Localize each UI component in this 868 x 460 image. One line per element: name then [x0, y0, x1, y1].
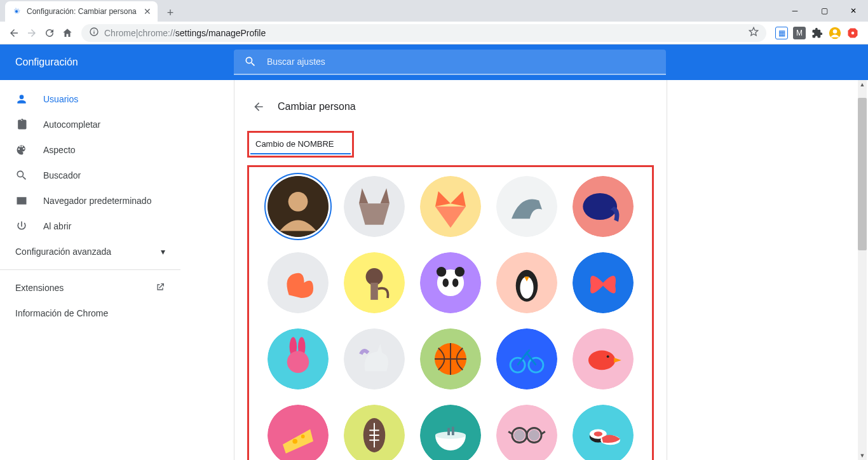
svg-rect-60	[452, 427, 454, 435]
close-tab-icon[interactable]: ✕	[144, 6, 151, 17]
svg-point-10	[288, 192, 308, 212]
url-host: Chrome	[104, 28, 136, 38]
profile-name-input[interactable]	[250, 134, 351, 154]
open-external-icon	[155, 282, 165, 294]
scrollbar-up-arrow[interactable]: ▲	[858, 80, 867, 89]
avatar-squirrel[interactable]	[268, 252, 329, 313]
svg-point-7	[851, 31, 855, 34]
adblock-extension-icon[interactable]	[846, 27, 859, 39]
sidebar-item-label: Buscador	[43, 170, 81, 180]
back-arrow-button[interactable]	[247, 95, 270, 118]
svg-point-44	[496, 328, 557, 389]
profile-avatar-icon[interactable]	[829, 27, 841, 39]
svg-point-50	[607, 355, 609, 358]
avatar-sushi[interactable]	[573, 405, 634, 460]
avatar-cat[interactable]	[344, 176, 405, 237]
browser-toolbar: Chrome | chrome:// settings/manageProfil…	[0, 22, 868, 44]
extension-icons: ▦ M	[771, 27, 863, 39]
sidebar-item-buscador[interactable]: Buscador	[0, 163, 180, 188]
avatar-rabbit[interactable]	[268, 328, 329, 389]
svg-rect-25	[370, 283, 378, 300]
svg-point-28	[437, 267, 446, 276]
settings-search-input[interactable]	[267, 57, 656, 67]
site-info-icon[interactable]	[89, 27, 99, 39]
svg-point-51	[268, 405, 329, 460]
settings-body: Usuarios Autocompletar Aspecto Buscador …	[0, 80, 868, 460]
clipboard-icon	[15, 118, 28, 131]
avatar-fox[interactable]	[420, 176, 481, 237]
sidebar-item-label: Aspecto	[43, 145, 76, 155]
avatar-user-photo[interactable]	[268, 176, 329, 237]
svg-point-58	[435, 431, 466, 439]
sidebar-item-usuarios[interactable]: Usuarios	[0, 86, 180, 112]
svg-point-5	[833, 29, 837, 34]
avatar-basketball[interactable]	[420, 328, 481, 389]
maximize-button[interactable]: ▢	[810, 0, 839, 22]
browser-tab[interactable]: Configuración: Cambiar persona ✕	[5, 1, 158, 22]
avatar-bird[interactable]	[573, 328, 634, 389]
url-path: settings/manageProfile	[175, 28, 266, 38]
svg-point-64	[514, 430, 525, 440]
avatar-football[interactable]	[344, 405, 405, 460]
app-header: Configuración	[0, 44, 868, 80]
scrollbar-thumb[interactable]	[858, 98, 867, 250]
avatar-bowl[interactable]	[420, 405, 481, 460]
settings-search[interactable]	[234, 50, 666, 75]
sidebar-about-link[interactable]: Información de Chrome	[0, 301, 180, 326]
avatar-grid	[261, 176, 641, 460]
sidebar-extensions-link[interactable]: Extensiones	[0, 275, 180, 301]
search-icon	[244, 55, 257, 68]
avatar-elephant[interactable]	[573, 176, 634, 237]
search-icon	[15, 169, 28, 182]
gmail-extension-icon[interactable]: M	[793, 27, 806, 39]
window-titlebar: Configuración: Cambiar persona ✕ + ─ ▢ ✕	[0, 0, 868, 22]
extensions-puzzle-icon[interactable]	[811, 27, 824, 39]
svg-point-29	[455, 267, 465, 276]
tab-title: Configuración: Cambiar persona	[27, 7, 137, 16]
sidebar-separator	[0, 269, 180, 270]
svg-point-30	[443, 278, 449, 287]
avatar-butterfly[interactable]	[573, 252, 634, 313]
gear-icon	[11, 6, 22, 17]
sidebar-advanced-toggle[interactable]: Configuración avanzada ▾	[0, 239, 180, 264]
sidebar-about-label: Información de Chrome	[15, 308, 108, 318]
window-controls: ─ ▢ ✕	[780, 0, 868, 22]
bookmark-star-icon[interactable]	[749, 27, 759, 39]
power-icon	[15, 220, 28, 233]
svg-point-2	[93, 30, 94, 30]
avatar-dragon[interactable]	[496, 176, 557, 237]
svg-point-21	[583, 193, 617, 220]
chevron-down-icon: ▾	[161, 247, 165, 257]
sidebar-item-label: Autocompletar	[43, 119, 100, 130]
svg-point-40	[287, 351, 309, 374]
url-prefix: chrome://	[138, 28, 175, 38]
avatar-monkey[interactable]	[344, 252, 405, 313]
sidebar-item-autocompletar[interactable]: Autocompletar	[0, 112, 180, 137]
home-button[interactable]	[58, 24, 76, 42]
sidebar-item-aspecto[interactable]: Aspecto	[0, 137, 180, 163]
avatar-panda[interactable]	[420, 252, 481, 313]
avatar-unicorn[interactable]	[344, 328, 405, 389]
sidebar-item-navegador[interactable]: Navegador predeterminado	[0, 188, 180, 213]
translate-extension-icon[interactable]: ▦	[775, 27, 788, 39]
avatar-glasses[interactable]	[496, 405, 557, 460]
minimize-button[interactable]: ─	[780, 0, 810, 22]
avatar-bicycle[interactable]	[496, 328, 557, 389]
back-button[interactable]	[5, 24, 23, 42]
new-tab-button[interactable]: +	[161, 4, 179, 22]
palette-icon	[15, 144, 28, 156]
sidebar-item-al-abrir[interactable]: Al abrir	[0, 213, 180, 239]
reload-button[interactable]	[41, 24, 58, 42]
svg-rect-3	[93, 31, 94, 34]
sidebar-advanced-label: Configuración avanzada	[15, 247, 111, 257]
page-title: Cambiar persona	[278, 101, 356, 112]
avatar-cheese[interactable]	[268, 405, 329, 460]
svg-point-54	[301, 435, 305, 438]
scrollbar-down-arrow[interactable]: ▼	[858, 451, 867, 460]
avatar-penguin[interactable]	[496, 252, 557, 313]
close-window-button[interactable]: ✕	[839, 0, 868, 22]
settings-sidebar: Usuarios Autocompletar Aspecto Buscador …	[0, 80, 180, 460]
address-bar[interactable]: Chrome | chrome:// settings/manageProfil…	[81, 24, 766, 42]
page-header: Cambiar persona	[247, 88, 654, 126]
forward-button[interactable]	[23, 24, 41, 42]
